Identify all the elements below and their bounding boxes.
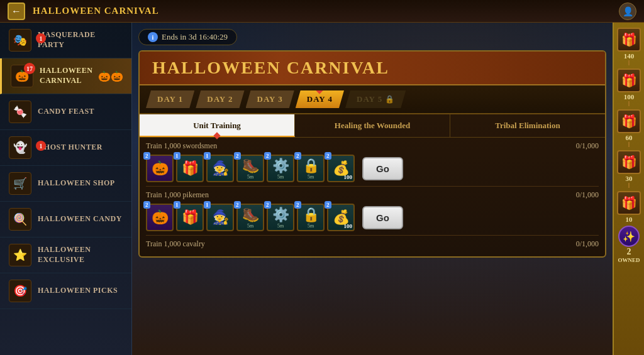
reward-item-0-2: 1🧙 xyxy=(206,155,234,182)
milestone-3: 🎁30 xyxy=(614,150,644,188)
sidebar-badge-0: 1 xyxy=(36,33,46,43)
reward-item-1-2: 1🧙 xyxy=(206,204,234,231)
reward-bar: 🎁140🎁100🎁60🎁30🎁10✨2OWNED xyxy=(613,23,644,355)
task-desc-0: Train 1,000 swordsmen xyxy=(146,141,217,151)
reward-badge-1-0: 2 xyxy=(143,201,150,209)
task-tabs: Unit TrainingHealing the WoundedTribal E… xyxy=(140,114,605,138)
reward-count-1-6: 100 xyxy=(344,223,353,229)
reward-badge-1-3: 2 xyxy=(234,201,241,209)
sidebar-item-5[interactable]: 🍭HALLOWEEN CANDY xyxy=(0,202,131,238)
reward-time-1-5: 5m xyxy=(308,223,314,229)
reward-badge-0-1: 1 xyxy=(174,152,180,160)
sidebar-item-2[interactable]: 🍬CANDY FEAST xyxy=(0,94,131,130)
milestone-1: 🎁100 xyxy=(614,68,644,107)
milestone-value-2: 60 xyxy=(626,134,633,141)
sidebar-label-4: HALLOWEEN SHOP xyxy=(38,178,115,188)
day-tab-2[interactable]: DAY 3 xyxy=(246,90,294,108)
top-bar: ← HALLOWEEN CARNIVAL 👤 xyxy=(0,0,644,23)
milestone-connector-0 xyxy=(628,60,630,65)
reward-item-0-0: 2🎃 xyxy=(146,155,174,182)
sidebar-label-7: HALLOWEEN PICKS xyxy=(38,286,118,296)
task-tab-1[interactable]: Healing the Wounded xyxy=(295,114,450,137)
reward-item-0-4: 2⚙️5m xyxy=(267,155,294,182)
main-content: i Ends in 3d 16:40:29 HALLOWEEN CARNIVAL… xyxy=(132,23,613,355)
reward-item-1-6: 2💰100 xyxy=(327,204,355,231)
reward-badge-1-6: 2 xyxy=(325,201,331,209)
task-rewards-1: 2🎃1🎁1🧙2🥾5m2⚙️5m2🔒5m2💰100Go xyxy=(146,204,599,231)
milestone-value-0: 140 xyxy=(624,52,635,60)
sidebar-item-icon-2: 🍬 xyxy=(9,101,31,123)
reward-time-1-4: 5m xyxy=(277,223,284,229)
task-row-1: Train 1,000 pikemen0/1,0002🎃1🎁1🧙2🥾5m2⚙️5… xyxy=(146,187,599,236)
star-icon: ✨ xyxy=(618,226,640,247)
sidebar-item-icon-3: 👻1 xyxy=(9,136,31,159)
reward-badge-1-1: 1 xyxy=(174,201,180,209)
sidebar-item-4[interactable]: 🛒HALLOWEEN SHOP xyxy=(0,166,131,202)
task-progress-2: 0/1,000 xyxy=(576,239,599,249)
sidebar-label-1: HALLOWEEN CARNIVAL xyxy=(40,66,93,85)
task-desc-2: Train 1,000 cavalry xyxy=(146,239,205,249)
milestone-value-3: 30 xyxy=(626,175,633,182)
task-tab-2[interactable]: Tribal Elimination xyxy=(450,114,605,137)
day-tabs: DAY 1DAY 2DAY 3DAY 4DAY 5🔒 xyxy=(140,85,605,114)
reward-badge-0-6: 2 xyxy=(325,152,331,160)
task-tab-label-0: Unit Training xyxy=(193,121,241,130)
day-tab-4[interactable]: DAY 5🔒 xyxy=(345,90,406,108)
milestone-chest-0: 🎁 xyxy=(617,28,641,52)
sidebar-item-3[interactable]: 👻1GHOST HUNTER xyxy=(0,130,131,166)
day-tab-1[interactable]: DAY 2 xyxy=(196,90,244,108)
task-row-0: Train 1,000 swordsmen0/1,0002🎃1🎁1🧙2🥾5m2⚙… xyxy=(146,138,599,187)
sidebar-item-icon-0: 🎭1 xyxy=(9,29,31,52)
info-icon: i xyxy=(148,32,158,42)
timer-text: Ends in 3d 16:40:29 xyxy=(162,32,228,42)
reward-badge-0-3: 2 xyxy=(234,152,241,160)
sidebar-item-icon-6: ⭐ xyxy=(9,244,31,266)
milestone-chest-4: 🎁 xyxy=(617,191,641,215)
milestone-value-1: 100 xyxy=(624,93,635,101)
reward-badge-1-4: 2 xyxy=(264,201,271,209)
sidebar-item-0[interactable]: 🎭1MASQUERADE PARTY xyxy=(0,23,131,58)
sidebar-item-1[interactable]: 🎃17HALLOWEEN CARNIVAL🎃🎃 xyxy=(0,58,131,94)
reward-time-0-4: 5m xyxy=(277,174,284,180)
task-desc-1: Train 1,000 pikemen xyxy=(146,190,209,200)
day-dot-3 xyxy=(316,87,323,94)
task-tab-0[interactable]: Unit Training xyxy=(140,114,295,137)
task-tab-label-1: Healing the Wounded xyxy=(335,121,410,130)
reward-item-1-4: 2⚙️5m xyxy=(267,204,294,231)
event-title-bar: HALLOWEEN CARNIVAL xyxy=(140,52,605,85)
sidebar-label-5: HALLOWEEN CANDY xyxy=(38,214,122,224)
sidebar-label-6: HALLOWEEN EXCLUSIVE xyxy=(38,245,123,265)
sidebar-item-icon-4: 🛒 xyxy=(9,172,31,195)
reward-time-0-3: 5m xyxy=(247,174,253,180)
task-header-2: Train 1,000 cavalry0/1,000 xyxy=(146,239,599,249)
reward-item-1-5: 2🔒5m xyxy=(297,204,325,231)
lock-icon-4: 🔒 xyxy=(385,95,394,104)
milestone-connector-3 xyxy=(628,183,630,188)
day-tab-label-1: DAY 2 xyxy=(207,94,233,104)
go-button-0[interactable]: Go xyxy=(362,157,403,180)
sidebar-label-0: MASQUERADE PARTY xyxy=(38,30,123,50)
milestone-star: ✨2OWNED xyxy=(614,226,644,263)
milestone-2: 🎁60 xyxy=(614,109,644,148)
milestone-chest-1: 🎁 xyxy=(617,68,641,92)
day-tab-0[interactable]: DAY 1 xyxy=(146,90,194,108)
reward-badge-1-2: 1 xyxy=(204,201,211,209)
task-rewards-0: 2🎃1🎁1🧙2🥾5m2⚙️5m2🔒5m2💰100Go xyxy=(146,155,599,182)
day-tab-label-2: DAY 3 xyxy=(257,94,283,104)
event-title: HALLOWEEN CARNIVAL xyxy=(152,58,389,77)
go-button-1[interactable]: Go xyxy=(362,206,403,229)
back-button[interactable]: ← xyxy=(8,3,25,20)
day-tab-3[interactable]: DAY 4 xyxy=(296,90,344,108)
day-tab-label-4: DAY 5 xyxy=(357,94,382,104)
task-progress-1: 0/1,000 xyxy=(576,190,599,200)
reward-item-0-3: 2🥾5m xyxy=(236,155,264,182)
reward-badge-1-5: 2 xyxy=(294,201,301,209)
reward-item-0-1: 1🎁 xyxy=(176,155,204,182)
profile-icon[interactable]: 👤 xyxy=(619,3,636,20)
event-panel: HALLOWEEN CARNIVAL DAY 1DAY 2DAY 3DAY 4D… xyxy=(138,50,606,258)
sidebar-item-7[interactable]: 🎯HALLOWEEN PICKS xyxy=(0,273,131,309)
reward-item-1-3: 2🥾5m xyxy=(236,204,264,231)
sidebar-item-6[interactable]: ⭐HALLOWEEN EXCLUSIVE xyxy=(0,238,131,273)
milestone-0: 🎁140 xyxy=(614,28,644,66)
milestone-chest-2: 🎁 xyxy=(617,109,641,133)
